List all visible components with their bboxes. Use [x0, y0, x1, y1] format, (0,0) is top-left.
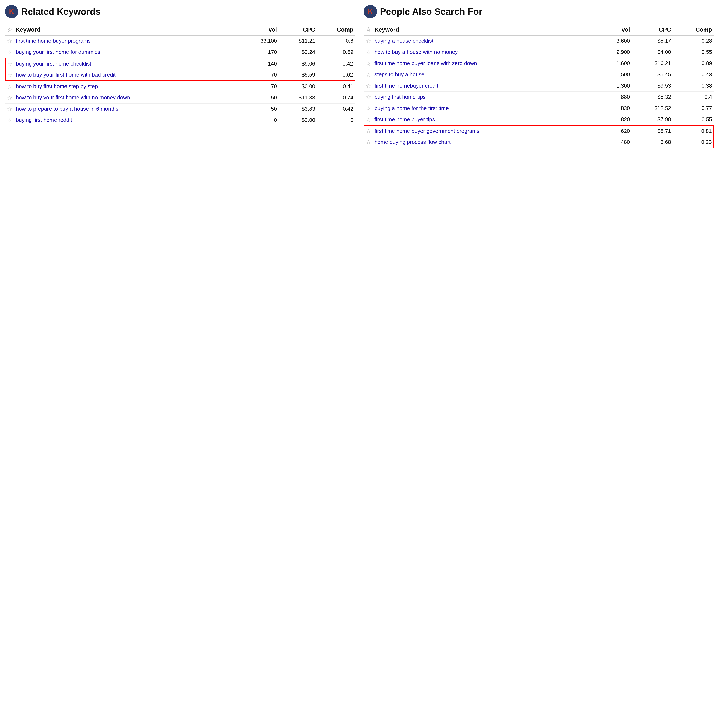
keyword-cell: how to buy first home step by step [14, 81, 240, 92]
star-cell[interactable]: ☆ [5, 58, 14, 70]
right-vol-header: Vol [597, 24, 632, 35]
left-comp-header: Comp [317, 24, 355, 35]
star-cell[interactable]: ☆ [5, 35, 14, 47]
left-logo: K [5, 5, 18, 18]
cpc-cell: $0.00 [279, 115, 317, 126]
star-cell[interactable]: ☆ [364, 92, 373, 103]
people-also-search-header: K People Also Search For [364, 5, 714, 18]
main-container: K Related Keywords ☆ Keyword Vol CPC Com… [5, 5, 714, 148]
left-keyword-header: Keyword [14, 24, 240, 35]
vol-cell: 3,600 [597, 35, 632, 47]
cpc-cell: $5.32 [632, 92, 673, 103]
left-vol-header: Vol [240, 24, 279, 35]
right-star-header: ☆ [364, 24, 373, 35]
comp-cell: 0.89 [673, 58, 714, 69]
comp-cell: 0.28 [673, 35, 714, 47]
left-star-icon: ☆ [7, 26, 12, 33]
comp-cell: 0 [317, 115, 355, 126]
right-star-icon: ☆ [366, 26, 371, 33]
people-also-search-section: K People Also Search For ☆ Keyword Vol C… [364, 5, 714, 148]
table-row: ☆first time home buyer loans with zero d… [364, 58, 714, 69]
cpc-cell: $3.24 [279, 47, 317, 58]
comp-cell: 0.8 [317, 35, 355, 47]
cpc-cell: $5.45 [632, 69, 673, 81]
keyword-cell: first time home buyer government program… [373, 125, 597, 137]
table-row: ☆how to prepare to buy a house in 6 mont… [5, 104, 355, 115]
keyword-cell: buying your first home for dummies [14, 47, 240, 58]
vol-cell: 70 [240, 81, 279, 92]
table-row: ☆buying a home for the first time830$12.… [364, 103, 714, 114]
cpc-cell: $5.17 [632, 35, 673, 47]
star-cell[interactable]: ☆ [364, 69, 373, 81]
cpc-cell: $0.00 [279, 81, 317, 92]
star-cell[interactable]: ☆ [5, 69, 14, 81]
right-table-header-row: ☆ Keyword Vol CPC Comp [364, 24, 714, 35]
table-row: ☆first time home buyer tips820$7.980.55 [364, 114, 714, 125]
star-cell[interactable]: ☆ [364, 125, 373, 137]
vol-cell: 70 [240, 69, 279, 81]
right-cpc-header: CPC [632, 24, 673, 35]
table-row: ☆buying first home tips880$5.320.4 [364, 92, 714, 103]
comp-cell: 0.55 [673, 114, 714, 125]
keyword-cell: steps to buy a house [373, 69, 597, 81]
star-cell[interactable]: ☆ [364, 35, 373, 47]
star-cell[interactable]: ☆ [364, 58, 373, 69]
vol-cell: 830 [597, 103, 632, 114]
comp-cell: 0.77 [673, 103, 714, 114]
cpc-cell: $11.21 [279, 35, 317, 47]
vol-cell: 820 [597, 114, 632, 125]
keyword-cell: how to buy your first home with no money… [14, 92, 240, 104]
keyword-cell: buying your first home checklist [14, 58, 240, 70]
vol-cell: 1,600 [597, 58, 632, 69]
table-row: ☆buying a house checklist3,600$5.170.28 [364, 35, 714, 47]
comp-cell: 0.41 [317, 81, 355, 92]
vol-cell: 2,900 [597, 47, 632, 58]
vol-cell: 170 [240, 47, 279, 58]
keyword-cell: buying first home tips [373, 92, 597, 103]
table-row: ☆how to buy your first home with no mone… [5, 92, 355, 104]
table-row: ☆first time home buyer government progra… [364, 125, 714, 137]
right-keyword-header: Keyword [373, 24, 597, 35]
vol-cell: 1,500 [597, 69, 632, 81]
star-cell[interactable]: ☆ [5, 92, 14, 104]
cpc-cell: 3.68 [632, 137, 673, 148]
comp-cell: 0.38 [673, 81, 714, 92]
star-cell[interactable]: ☆ [364, 103, 373, 114]
keyword-cell: first time home buyer programs [14, 35, 240, 47]
left-star-header: ☆ [5, 24, 14, 35]
keyword-cell: how to prepare to buy a house in 6 month… [14, 104, 240, 115]
star-cell[interactable]: ☆ [364, 81, 373, 92]
left-cpc-header: CPC [279, 24, 317, 35]
table-row: ☆how to buy first home step by step70$0.… [5, 81, 355, 92]
keyword-cell: buying first home reddit [14, 115, 240, 126]
star-cell[interactable]: ☆ [364, 47, 373, 58]
comp-cell: 0.62 [317, 69, 355, 81]
star-cell[interactable]: ☆ [5, 115, 14, 126]
vol-cell: 50 [240, 104, 279, 115]
star-cell[interactable]: ☆ [5, 104, 14, 115]
related-keywords-title: Related Keywords [21, 6, 101, 17]
related-keywords-header: K Related Keywords [5, 5, 355, 18]
table-row: ☆first time home buyer programs33,100$11… [5, 35, 355, 47]
comp-cell: 0.55 [673, 47, 714, 58]
cpc-cell: $12.52 [632, 103, 673, 114]
star-cell[interactable]: ☆ [5, 81, 14, 92]
cpc-cell: $11.33 [279, 92, 317, 104]
people-also-search-table: ☆ Keyword Vol CPC Comp ☆buying a house c… [364, 24, 714, 148]
table-row: ☆steps to buy a house1,500$5.450.43 [364, 69, 714, 81]
comp-cell: 0.42 [317, 104, 355, 115]
comp-cell: 0.43 [673, 69, 714, 81]
people-also-search-title: People Also Search For [380, 6, 482, 17]
keyword-cell: first time homebuyer credit [373, 81, 597, 92]
cpc-cell: $3.83 [279, 104, 317, 115]
star-cell[interactable]: ☆ [364, 137, 373, 148]
vol-cell: 33,100 [240, 35, 279, 47]
comp-cell: 0.4 [673, 92, 714, 103]
vol-cell: 50 [240, 92, 279, 104]
comp-cell: 0.69 [317, 47, 355, 58]
table-row: ☆home buying process flow chart4803.680.… [364, 137, 714, 148]
star-cell[interactable]: ☆ [364, 114, 373, 125]
star-cell[interactable]: ☆ [5, 47, 14, 58]
right-comp-header: Comp [673, 24, 714, 35]
right-logo: K [364, 5, 377, 18]
